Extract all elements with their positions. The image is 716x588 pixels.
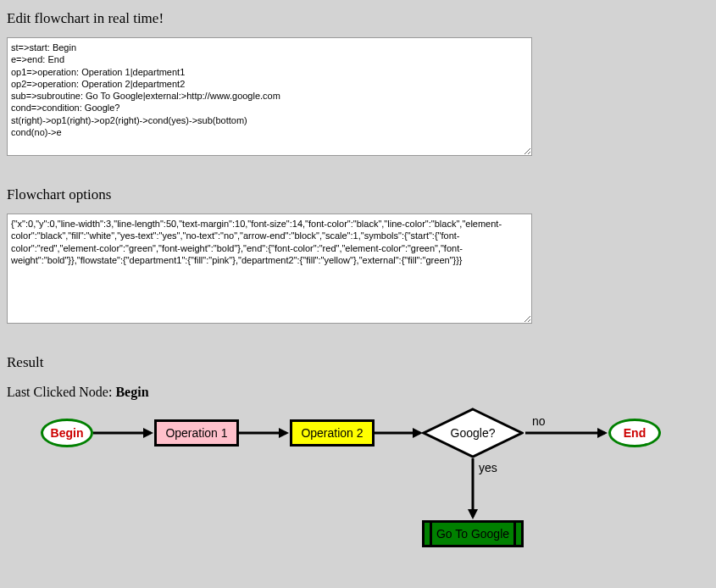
node-end-label: End — [624, 426, 646, 440]
node-condition[interactable]: Google? — [422, 408, 524, 458]
options-title: Flowchart options — [7, 186, 709, 203]
flowchart-code-input[interactable] — [7, 37, 532, 156]
last-clicked-label: Last Clicked Node: — [7, 385, 115, 399]
edge-label-yes: yes — [479, 461, 497, 474]
last-clicked-value: Begin — [115, 385, 148, 399]
edge-label-no: no — [532, 414, 546, 428]
node-start-label: Begin — [51, 426, 84, 440]
edit-title: Edit flowchart in real time! — [7, 10, 709, 27]
node-start[interactable]: Begin — [41, 419, 93, 447]
node-operation-1[interactable]: Operation 1 — [154, 419, 239, 447]
node-op1-label: Operation 1 — [165, 426, 227, 440]
last-clicked-node: Last Clicked Node: Begin — [7, 385, 709, 400]
node-sub-label: Go To Google — [436, 527, 509, 541]
node-op2-label: Operation 2 — [301, 426, 363, 440]
flowchart-canvas: Begin Operation 1 Operation 2 Google? En… — [32, 419, 710, 563]
node-end[interactable]: End — [608, 419, 661, 447]
node-cond-label: Google? — [451, 426, 496, 440]
node-subroutine[interactable]: Go To Google — [422, 520, 524, 547]
result-title: Result — [7, 354, 709, 371]
node-operation-2[interactable]: Operation 2 — [290, 419, 375, 447]
flowchart-options-input[interactable] — [7, 214, 532, 324]
